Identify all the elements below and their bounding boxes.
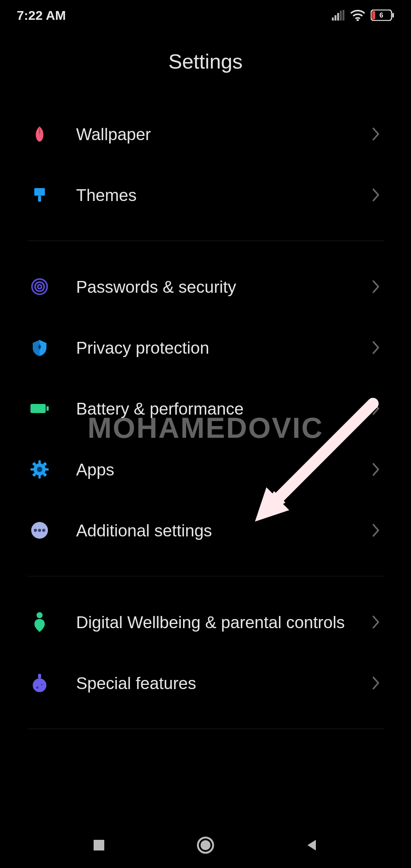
svg-rect-8 [392,13,394,18]
settings-item-privacy-protection[interactable]: Privacy protection [27,317,384,378]
settings-item-label: Special features [76,673,368,694]
chevron-right-icon [368,462,384,477]
settings-item-wallpaper[interactable]: Wallpaper [27,104,384,164]
divider [27,241,384,241]
svg-point-26 [37,467,42,472]
settings-item-digital-wellbeing[interactable]: Digital Wellbeing & parental controls [27,592,384,653]
settings-item-label: Apps [76,459,368,480]
shield-icon [27,335,52,360]
svg-rect-39 [94,840,104,850]
svg-point-34 [36,686,38,689]
tulip-icon [27,122,52,146]
svg-rect-16 [46,406,49,411]
settings-item-label: Passwords & security [76,276,368,297]
signal-icon [332,10,345,21]
chevron-right-icon [368,401,384,416]
status-right: 6 [332,10,394,21]
settings-item-battery-performance[interactable]: Battery & performance [27,378,384,439]
chevron-right-icon [368,675,384,691]
navigation-bar [0,822,411,868]
settings-item-label: Additional settings [76,520,368,541]
gear-icon [27,457,52,482]
svg-point-28 [34,529,37,532]
battery-icon [27,396,52,421]
brush-icon [27,183,52,207]
dots-icon [27,518,52,542]
chevron-right-icon [368,187,384,203]
flask-icon [27,671,52,695]
svg-rect-3 [340,11,342,21]
svg-point-35 [41,684,43,685]
svg-point-33 [33,678,46,692]
svg-rect-21 [45,468,49,471]
settings-list: Wallpaper Themes Passwords & security [0,104,411,729]
chevron-right-icon [368,523,384,538]
settings-item-special-features[interactable]: Special features [27,653,384,713]
svg-rect-9 [34,188,45,196]
svg-point-29 [38,529,41,532]
settings-item-label: Wallpaper [76,124,368,145]
chevron-right-icon [368,279,384,294]
settings-item-passwords-security[interactable]: Passwords & security [27,256,384,317]
battery-percent: 6 [371,11,392,19]
svg-rect-10 [38,196,41,202]
svg-point-31 [37,612,43,618]
svg-marker-42 [307,840,316,850]
fingerprint-icon [27,274,52,299]
svg-rect-4 [342,10,344,21]
chevron-right-icon [368,340,384,355]
svg-rect-0 [332,18,334,21]
svg-point-12 [35,282,44,291]
svg-rect-1 [335,15,336,21]
divider [27,576,384,576]
chevron-right-icon [368,614,384,630]
svg-point-30 [42,529,45,532]
nav-home-button[interactable] [194,834,217,857]
wifi-icon [350,10,365,21]
svg-point-5 [357,19,359,21]
svg-rect-18 [38,460,41,464]
settings-item-label: Battery & performance [76,398,368,419]
settings-item-apps[interactable]: Apps [27,439,384,500]
settings-item-label: Digital Wellbeing & parental controls [76,612,368,633]
page-title: Settings [0,30,411,104]
person-heart-icon [27,610,52,634]
chevron-right-icon [368,126,384,142]
settings-item-themes[interactable]: Themes [27,164,384,225]
settings-item-label: Privacy protection [76,337,368,358]
status-bar: 7:22 AM 6 [0,0,411,30]
svg-rect-15 [30,404,46,413]
svg-point-41 [201,840,210,850]
svg-rect-2 [337,13,339,21]
divider [27,729,384,729]
status-time: 7:22 AM [17,8,66,23]
settings-item-additional-settings[interactable]: Additional settings [27,500,384,561]
nav-back-button[interactable] [301,834,323,857]
svg-rect-19 [38,475,41,479]
svg-rect-20 [30,468,34,471]
settings-item-label: Themes [76,185,368,206]
svg-rect-32 [38,674,41,678]
svg-point-13 [38,285,41,289]
battery-icon: 6 [371,10,394,21]
nav-recents-button[interactable] [88,834,110,857]
